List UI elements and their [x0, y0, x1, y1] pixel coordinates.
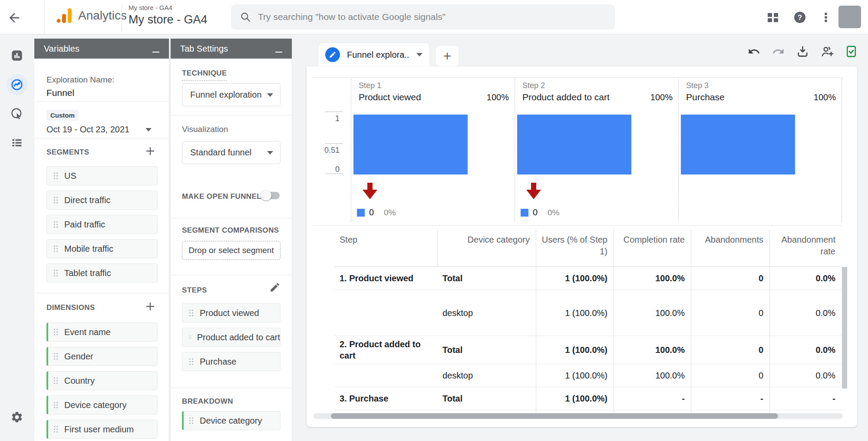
reports-icon	[11, 49, 23, 62]
technique-select[interactable]: Funnel exploration	[182, 83, 281, 106]
cell-users: 1 (100.0%)	[536, 336, 614, 364]
table-row: desktop 1 (100.0%) 100.0% 0 0.0%	[334, 364, 842, 387]
draggable-chip[interactable]: First user medium	[46, 420, 158, 439]
variables-panel-header: Variables	[34, 39, 169, 59]
table-body: 1. Product viewed Total 1 (100.0%) 100.0…	[334, 267, 842, 413]
add-tab-button[interactable]: +	[436, 46, 459, 66]
table-vertical-scrollbar[interactable]	[842, 267, 847, 388]
cell-abandonments: 0	[691, 267, 769, 290]
abandonment-arrow-icon	[526, 183, 541, 199]
nav-reports[interactable]	[7, 45, 27, 66]
chip-label: Country	[64, 376, 95, 386]
cell-completion-rate: 100.0%	[614, 267, 691, 290]
make-open-funnel-toggle[interactable]	[262, 192, 280, 199]
segments-list: US Direct traffic Paid traffic Mobile tr…	[46, 166, 158, 288]
breakdown-list: Device category	[182, 411, 281, 435]
help-button[interactable]: ?	[793, 10, 807, 24]
table-horizontal-scrollbar[interactable]	[314, 413, 843, 419]
draggable-chip[interactable]: Direct traffic	[46, 191, 158, 210]
chip-label: Device category	[64, 400, 126, 410]
global-search[interactable]	[231, 4, 615, 30]
download-button[interactable]	[796, 45, 809, 58]
dimensions-label: DIMENSIONS	[46, 303, 95, 312]
svg-text:?: ?	[798, 13, 802, 22]
draggable-chip[interactable]: Product added to cart	[182, 328, 281, 347]
minimize-variables-button[interactable]	[152, 45, 160, 53]
add-segment-button[interactable]	[144, 145, 157, 158]
download-icon	[796, 45, 809, 58]
drag-handle-icon	[53, 352, 59, 361]
chip-label: First user medium	[64, 425, 134, 434]
tab-menu-caret-icon[interactable]	[416, 53, 422, 56]
abandonment-rate: 0%	[548, 208, 559, 217]
draggable-chip[interactable]: Country	[46, 371, 158, 390]
nav-library[interactable]	[7, 132, 27, 153]
avatar[interactable]	[838, 6, 861, 28]
table-header-cell: Abandonments	[691, 230, 769, 267]
chip-label: Product added to cart	[197, 332, 280, 342]
nav-settings[interactable]	[7, 407, 27, 428]
cell-device-category: Total	[437, 267, 536, 290]
nav-explore[interactable]	[7, 74, 27, 95]
cell-step: 2. Product added to cart	[334, 336, 437, 364]
minimize-tab-settings-button[interactable]	[275, 45, 283, 53]
analytics-brand[interactable]: Analytics	[56, 8, 127, 23]
product-name: Analytics	[78, 9, 127, 23]
draggable-chip[interactable]: Device category	[46, 395, 158, 415]
draggable-chip[interactable]: Paid traffic	[46, 215, 158, 234]
cell-users: 1 (100.0%)	[536, 290, 614, 336]
chip-label: Event name	[64, 327, 111, 337]
cell-users: 1 (100.0%)	[536, 364, 614, 387]
apps-grid-button[interactable]	[766, 10, 780, 24]
chip-label: Product viewed	[200, 308, 259, 318]
scrollbar-thumb[interactable]	[331, 413, 778, 419]
table-row: 2. Product added to cart Total 1 (100.0%…	[334, 336, 842, 364]
draggable-chip[interactable]: Gender	[46, 347, 158, 366]
tab-label: Funnel explora...	[347, 50, 409, 60]
edit-steps-button[interactable]	[269, 282, 281, 293]
draggable-chip[interactable]: Product viewed	[182, 303, 281, 323]
back-button[interactable]	[7, 10, 22, 25]
more-menu-button[interactable]	[819, 10, 833, 24]
draggable-chip[interactable]: Tablet traffic	[46, 263, 158, 283]
exploration-name-value[interactable]: Funnel	[46, 88, 74, 98]
table-header-cell: Step	[334, 230, 437, 267]
table-row: 1. Product viewed Total 1 (100.0%) 100.0…	[334, 267, 842, 290]
breadcrumb[interactable]: My store - GA4 My store - GA4	[129, 4, 208, 26]
date-range-caret-icon[interactable]	[145, 128, 152, 132]
date-range-value[interactable]: Oct 19 - Oct 23, 2021	[46, 125, 129, 135]
draggable-chip[interactable]: Event name	[46, 323, 158, 342]
toggle-knob	[261, 190, 271, 201]
divider	[171, 115, 292, 115]
visualization-select[interactable]: Standard funnel	[182, 141, 281, 164]
draggable-chip[interactable]: Device category	[182, 411, 281, 430]
share-button[interactable]	[821, 45, 833, 58]
funnel-step-completion: 100%	[650, 92, 673, 102]
export-data-button[interactable]	[845, 45, 858, 58]
drag-handle-icon	[188, 332, 191, 342]
tab-funnel-exploration[interactable]: Funnel explora...	[318, 43, 429, 66]
draggable-chip[interactable]: Purchase	[182, 352, 281, 371]
table-row: desktop 1 (100.0%) 100.0% 0 0.0%	[334, 290, 842, 336]
draggable-chip[interactable]: Mobile traffic	[46, 239, 158, 258]
chart-border-top	[314, 77, 843, 78]
cell-abandonments: 0	[691, 290, 769, 336]
edit-tab-icon	[325, 47, 340, 62]
y-tick-label: 0.51	[313, 146, 340, 155]
exploration-canvas: 1 0.51 0 Step 1 Product viewed 100% 0 0%…	[307, 66, 857, 427]
funnel-bar	[517, 115, 631, 174]
redo-button[interactable]	[772, 45, 785, 58]
steps-list: Product viewed Product added to cart Pur…	[182, 303, 281, 376]
segment-drop-zone[interactable]: Drop or select segment	[182, 241, 281, 260]
search-input[interactable]	[258, 12, 606, 22]
nav-advertising[interactable]	[7, 103, 27, 124]
cell-completion-rate: 100.0%	[614, 336, 691, 364]
workspace-toolbar	[748, 45, 858, 58]
cell-step	[334, 410, 437, 413]
y-tick	[325, 112, 343, 112]
add-dimension-button[interactable]	[144, 300, 157, 313]
draggable-chip[interactable]: US	[46, 166, 158, 185]
undo-button[interactable]	[748, 45, 760, 58]
legend-swatch	[521, 209, 528, 217]
make-open-funnel-label: MAKE OPEN FUNNEL	[182, 192, 261, 201]
